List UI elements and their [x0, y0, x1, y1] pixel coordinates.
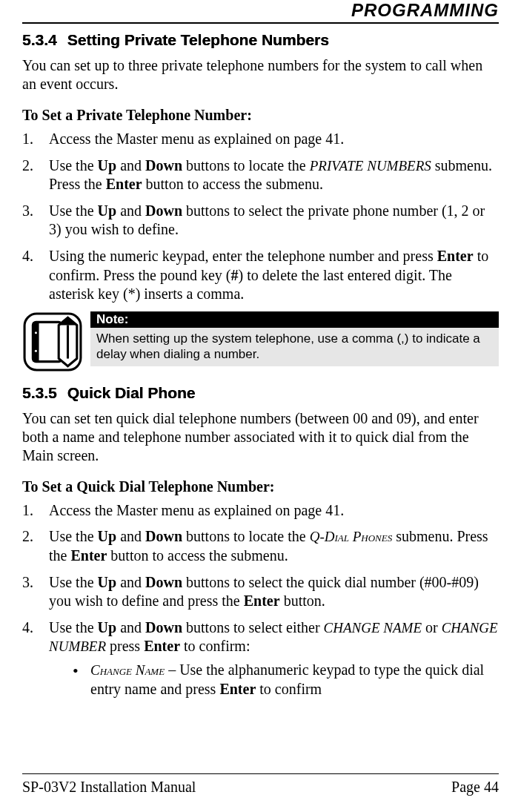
section-intro: You can set ten quick dial telephone num… [22, 409, 499, 465]
note-block: Note: When setting up the system telepho… [22, 311, 499, 372]
bullet-list: Change Name – Use the alphanumeric keypa… [49, 661, 499, 699]
step-item: Use the Up and Down buttons to select th… [22, 202, 499, 240]
footer-left: SP-03V2 Installation Manual [22, 779, 196, 796]
section-number: 5.3.4 [22, 31, 57, 48]
footer-right: Page 44 [451, 779, 499, 796]
step-item: Access the Master menu as explained on p… [22, 130, 499, 149]
section-title: Setting Private Telephone Numbers [67, 31, 329, 48]
note-text: When setting up the system telephone, us… [90, 328, 499, 367]
page-header: PROGRAMMING [22, 0, 499, 24]
svg-point-4 [35, 350, 37, 352]
bullet-item: Change Name – Use the alphanumeric keypa… [49, 661, 499, 699]
step-item: Access the Master menu as explained on p… [22, 501, 499, 521]
note-title: Note: [90, 311, 499, 328]
svg-point-3 [35, 331, 37, 334]
step-item: Use the Up and Down buttons to locate th… [22, 156, 499, 194]
step-item: Use the Up and Down buttons to locate th… [22, 527, 499, 565]
note-body: Note: When setting up the system telepho… [90, 311, 499, 367]
section-number: 5.3.5 [22, 384, 57, 401]
section-intro: You can set up to three private telephon… [22, 56, 499, 93]
section-title: Quick Dial Phone [67, 384, 196, 401]
step-item: Using the numeric keypad, enter the tele… [22, 247, 499, 304]
section-heading-quickdial: 5.3.5Quick Dial Phone [22, 384, 499, 402]
page-footer: SP-03V2 Installation Manual Page 44 [22, 773, 499, 796]
steps-list-private: Access the Master menu as explained on p… [22, 130, 499, 304]
subheading-private: To Set a Private Telephone Number: [22, 107, 499, 124]
svg-rect-2 [33, 322, 39, 361]
steps-list-quickdial: Access the Master menu as explained on p… [22, 501, 499, 699]
note-icon [22, 311, 83, 372]
step-item: Use the Up and Down buttons to select ei… [22, 618, 499, 699]
subheading-quickdial: To Set a Quick Dial Telephone Number: [22, 478, 499, 495]
section-heading-private: 5.3.4Setting Private Telephone Numbers [22, 31, 499, 49]
step-item: Use the Up and Down buttons to select th… [22, 573, 499, 611]
